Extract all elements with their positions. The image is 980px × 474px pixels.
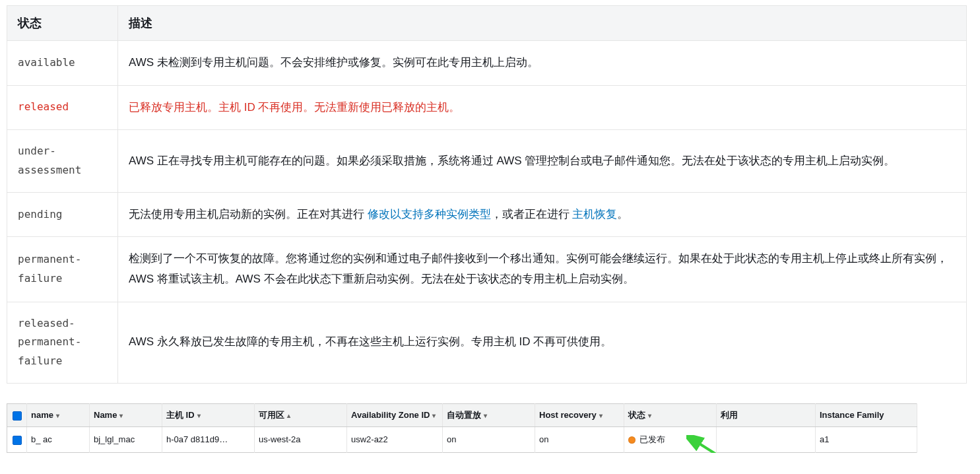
cell-host-recovery: on xyxy=(535,426,624,452)
col-header-host-recovery[interactable]: Host recovery▾ xyxy=(535,403,624,426)
col-header-name-lc[interactable]: name▾ xyxy=(27,403,90,426)
col-header-instance-family[interactable]: Instance Family xyxy=(816,403,917,426)
cell-util xyxy=(717,426,816,452)
cell-name-uc: bj_lgl_mac xyxy=(90,426,162,452)
checkbox-icon[interactable] xyxy=(13,411,22,421)
sort-caret-icon: ▾ xyxy=(197,412,201,419)
status-desc: 无法使用专用主机启动新的实例。正在对其进行 修改以支持多种实例类型，或者正在进行… xyxy=(118,192,967,237)
status-code: pending xyxy=(7,192,118,237)
cell-host-id: h-0a7 d811d9… xyxy=(162,426,255,452)
cell-auto-place: on xyxy=(443,426,535,452)
col-header-util[interactable]: 利用 xyxy=(717,403,816,426)
col-header-state[interactable]: 状态▾ xyxy=(624,403,717,426)
status-desc: AWS 未检测到专用主机问题。不会安排维护或修复。实例可在此专用主机上启动。 xyxy=(118,41,967,86)
sort-caret-icon: ▾ xyxy=(484,412,487,419)
status-row-available: available AWS 未检测到专用主机问题。不会安排维护或修复。实例可在此… xyxy=(7,41,967,86)
col-header-az[interactable]: 可用区▴ xyxy=(255,403,347,426)
status-code: permanent-failure xyxy=(7,237,118,302)
status-desc: 已释放专用主机。主机 ID 不再使用。无法重新使用已释放的主机。 xyxy=(118,85,967,130)
status-desc: AWS 正在寻找专用主机可能存在的问题。如果必须采取措施，系统将通过 AWS 管… xyxy=(118,130,967,193)
col-header-desc: 描述 xyxy=(118,6,967,41)
cell-az-id: usw2-az2 xyxy=(347,426,443,452)
cell-name-lc: b_ ac xyxy=(27,426,90,452)
cell-instance-family: a1 xyxy=(816,426,917,452)
sort-caret-icon: ▾ xyxy=(432,412,436,419)
col-header-az-id[interactable]: Availability Zone ID▾ xyxy=(347,403,443,426)
col-header-state: 状态 xyxy=(7,6,118,41)
link-modify-instance-types[interactable]: 修改以支持多种实例类型 xyxy=(368,208,491,220)
status-desc: 检测到了一个不可恢复的故障。您将通过您的实例和通过电子邮件接收到一个移出通知。实… xyxy=(118,237,967,302)
status-desc: AWS 永久释放已发生故障的专用主机，不再在这些主机上运行实例。专用主机 ID … xyxy=(118,302,967,383)
cell-state: 已发布 xyxy=(624,426,717,452)
hosts-grid: name▾ Name▾ 主机 ID▾ 可用区▴ Availability Zon… xyxy=(7,403,917,453)
sort-caret-icon: ▴ xyxy=(287,412,290,419)
text-segment: 。 xyxy=(617,208,628,220)
grid-row[interactable]: b_ ac bj_lgl_mac h-0a7 d811d9… us-west-2… xyxy=(7,426,917,452)
select-all-checkbox-cell[interactable] xyxy=(7,403,27,426)
status-code: released xyxy=(7,85,118,130)
sort-caret-icon: ▾ xyxy=(648,412,651,419)
status-row-pending: pending 无法使用专用主机启动新的实例。正在对其进行 修改以支持多种实例类… xyxy=(7,192,967,237)
checkbox-icon[interactable] xyxy=(13,436,22,445)
status-code: released-permanent-failure xyxy=(7,302,118,383)
status-definitions-table: 状态 描述 available AWS 未检测到专用主机问题。不会安排维护或修复… xyxy=(7,5,967,384)
status-row-released: released 已释放专用主机。主机 ID 不再使用。无法重新使用已释放的主机… xyxy=(7,85,967,130)
sort-caret-icon: ▾ xyxy=(56,412,59,419)
row-checkbox-cell[interactable] xyxy=(7,426,27,452)
status-row-permanent-failure: permanent-failure 检测到了一个不可恢复的故障。您将通过您的实例… xyxy=(7,237,967,302)
sort-caret-icon: ▾ xyxy=(599,412,603,419)
status-row-under-assessment: under-assessment AWS 正在寻找专用主机可能存在的问题。如果必… xyxy=(7,130,967,193)
status-code: available xyxy=(7,41,118,86)
status-code: under-assessment xyxy=(7,130,118,193)
status-dot-icon xyxy=(628,436,636,444)
grid-header-row: name▾ Name▾ 主机 ID▾ 可用区▴ Availability Zon… xyxy=(7,403,917,426)
sort-caret-icon: ▾ xyxy=(119,412,123,419)
text-segment: 无法使用专用主机启动新的实例。正在对其进行 xyxy=(129,208,368,220)
col-header-name-uc[interactable]: Name▾ xyxy=(90,403,162,426)
cell-az: us-west-2a xyxy=(255,426,347,452)
text-segment: ，或者正在进行 xyxy=(491,208,573,220)
link-host-recovery[interactable]: 主机恢复 xyxy=(572,208,617,220)
state-text: 已发布 xyxy=(639,434,665,444)
col-header-auto-place[interactable]: 自动置放▾ xyxy=(443,403,535,426)
col-header-host-id[interactable]: 主机 ID▾ xyxy=(162,403,255,426)
status-row-released-permanent-failure: released-permanent-failure AWS 永久释放已发生故障… xyxy=(7,302,967,383)
